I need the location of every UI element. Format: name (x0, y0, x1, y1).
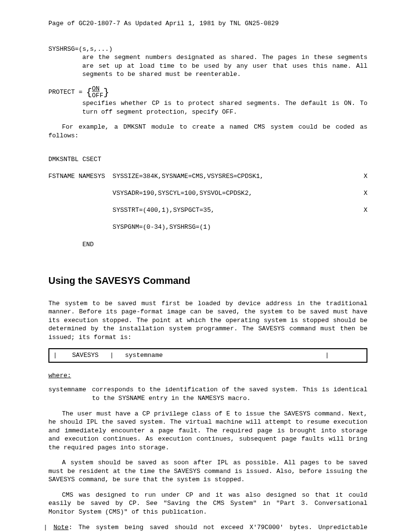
note-block: | Note: The system being saved should no… (44, 523, 367, 532)
def-term: systemname (48, 385, 92, 402)
param-protect: PROTECT = { ON OFF } specifies whether C… (48, 86, 367, 117)
param-protect-desc: specifies whether CP is to protect share… (82, 99, 367, 116)
where-label: where: (48, 371, 367, 380)
code-line-5: SYSPGNM=(0-34),SYSHRSG=(1) (48, 223, 367, 232)
code-cont-2: X (364, 172, 367, 181)
para-1: The system to be saved must first be loa… (48, 299, 367, 342)
para-4: CMS was designed to run under CP and it … (48, 491, 367, 517)
intro-para: For example, a DMKSNT module to create a… (48, 123, 367, 140)
page-header: Page of GC20-1807-7 As Updated April 1, … (48, 19, 367, 28)
param-syshrsg-name: SYSHRSG=(s,s,...) (48, 45, 113, 54)
param-syshrsg-desc: are the segment numbers designated as sh… (82, 53, 367, 79)
code-line-4a: SYSSTRT=(400,1),SYSPGCT=35, (48, 206, 214, 215)
code-example: DMKSNTBL CSECT FSTNAME NAMESYS SYSSIZE=3… (48, 147, 367, 257)
code-line-2a: FSTNAME NAMESYS SYSSIZE=384K,SYSNAME=CMS… (48, 172, 264, 181)
note-text: : The system being saved should not exce… (47, 524, 367, 532)
code-cont-4: X (364, 206, 367, 215)
param-syshrsg: SYSHRSG=(s,s,...) are the segment number… (48, 45, 367, 79)
code-line-1: DMKSNTBL CSECT (48, 155, 367, 164)
protect-opt-off: OFF (92, 92, 103, 99)
systemname-def: systemname corresponds to the identifica… (48, 385, 367, 402)
section-heading: Using the SAVESYS Command (48, 274, 367, 287)
protect-opt-on: ON (92, 86, 103, 92)
def-desc: corresponds to the identification of the… (92, 385, 367, 402)
protect-options: ON OFF (92, 86, 103, 100)
note-label: Note (53, 524, 68, 531)
code-line-3a: VSYSADR=190,SYSCYL=100,SYSVOL=CPDSK2, (48, 189, 252, 198)
code-cont-3: X (364, 189, 367, 198)
code-line-6: END (48, 240, 367, 249)
param-protect-name: PROTECT = (48, 88, 82, 97)
command-box: | SAVESYS | systemname | (48, 348, 367, 363)
para-3: A system should be saved as soon after I… (48, 458, 367, 484)
para-2: The user must have a CP privilege class … (48, 410, 367, 452)
